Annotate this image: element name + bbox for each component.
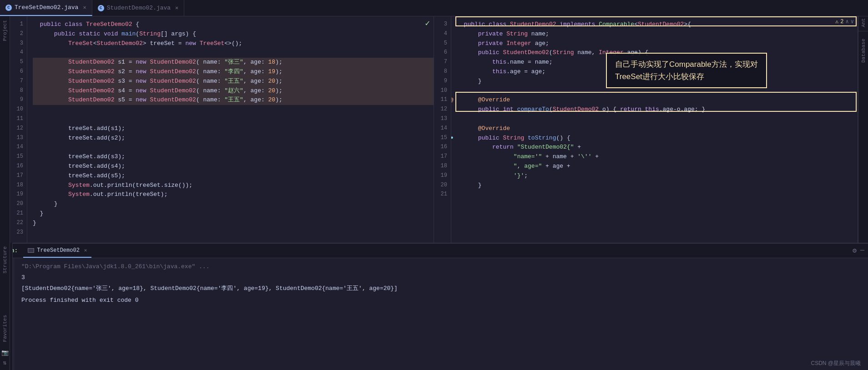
bottom-tab-icon bbox=[28, 248, 34, 253]
project-label: Project bbox=[2, 20, 8, 41]
code-line: StudentDemo02 s2 = new StudentDemo02( na… bbox=[33, 67, 434, 77]
structure-label: Structure bbox=[2, 246, 8, 273]
editor-pane-left: ✓ 12345 678910 1112131415 1617181920 212… bbox=[10, 16, 434, 243]
code-content-left[interactable]: public class TreeSetDemo02 { public stat… bbox=[27, 16, 434, 243]
code-line: '}'; bbox=[457, 171, 858, 181]
code-line: System.out.println(treeSet.size()); bbox=[33, 181, 434, 190]
console-line: [StudentDemo02{name='张三', age=18}, Stude… bbox=[21, 284, 861, 294]
warning-count: 2 bbox=[840, 19, 843, 25]
code-line: StudentDemo02 s1 = new StudentDemo02( na… bbox=[33, 58, 434, 67]
bottom-tab-bar: Run: TreeSetDemo02 ✕ ⚙ — bbox=[0, 244, 868, 258]
code-line bbox=[457, 86, 858, 96]
code-line: System.out.println(treeSet); bbox=[33, 190, 434, 200]
console-line: "D:\Program Files\Java\jdk1.8.0_261\bin\… bbox=[21, 262, 861, 272]
editors-container: ✓ 12345 678910 1112131415 1617181920 212… bbox=[10, 16, 858, 243]
bottom-panel: Run: TreeSetDemo02 ✕ ⚙ — ▶ ↑ ◼ ↓ ↺ ⇅ "D:… bbox=[0, 243, 868, 370]
code-line: StudentDemo02 s3 = new StudentDemo02( na… bbox=[33, 77, 434, 86]
code-line: private Integer age; bbox=[457, 39, 858, 49]
check-icon: ✓ bbox=[425, 18, 430, 28]
bottom-tab-close[interactable]: ✕ bbox=[84, 247, 87, 253]
watermark: CSDN @星辰与晨曦 bbox=[811, 360, 861, 367]
console-output: "D:\Program Files\Java\jdk1.8.0_261\bin\… bbox=[14, 258, 868, 370]
warning-area: ⚠ 2 ∧ ∨ bbox=[835, 18, 854, 25]
code-line bbox=[33, 48, 434, 58]
code-line bbox=[457, 190, 858, 200]
code-line: this.name = name; bbox=[457, 58, 858, 67]
database-label: Database bbox=[861, 39, 866, 63]
code-line bbox=[33, 105, 434, 115]
code-line: treeSet.add(s1); bbox=[33, 124, 434, 134]
line-numbers-right: 34567 89101112 1314151617 18192021 bbox=[434, 16, 451, 243]
tab-treeset[interactable]: C TreeSetDemo02.java ✕ bbox=[0, 0, 92, 16]
bottom-tab-label: TreeSetDemo02 bbox=[37, 247, 80, 254]
tab-icon-student: C bbox=[98, 5, 104, 11]
editor-pane-right: ⚠ 2 ∧ ∨ 34567 89101112 1314151617 181920… bbox=[434, 16, 858, 243]
tab-student[interactable]: C StudentDemo02.java ✕ bbox=[92, 0, 185, 16]
tab-label-student: StudentDemo02.java bbox=[107, 5, 171, 11]
bottom-settings: ⚙ — bbox=[853, 246, 864, 255]
code-line: ⬤ @ @Override bbox=[457, 95, 858, 105]
code-line: StudentDemo02 s4 = new StudentDemo02( na… bbox=[33, 86, 434, 96]
code-line: ", age=" + age + bbox=[457, 162, 858, 171]
editor-area: Project ✓ 12345 678910 1112131415 161718… bbox=[0, 16, 868, 243]
tab-icon-treeset: C bbox=[5, 5, 12, 11]
side-panel-project[interactable]: Project bbox=[0, 16, 10, 243]
settings-icon[interactable]: ⚙ bbox=[853, 246, 857, 255]
code-line bbox=[33, 228, 434, 238]
code-line: public int compareTo(StudentDemo02 o) { … bbox=[457, 105, 858, 115]
bottom-tab-treeset[interactable]: TreeSetDemo02 ✕ bbox=[23, 244, 91, 258]
console-line-finished: Process finished with exit code 0 bbox=[21, 295, 861, 305]
code-line: } bbox=[33, 200, 434, 209]
fav-sort-icon[interactable]: ⇅ bbox=[3, 359, 7, 366]
code-line: private String name; bbox=[457, 30, 858, 39]
tab-bar: C TreeSetDemo02.java ✕ C StudentDemo02.j… bbox=[0, 0, 868, 16]
side-panel-bottom-left: Structure Favorites 📷 ⇅ bbox=[0, 243, 10, 370]
code-line: } bbox=[33, 209, 434, 219]
nav-up-icon[interactable]: ∧ bbox=[846, 18, 849, 25]
tab-close-treeset[interactable]: ✕ bbox=[83, 4, 86, 11]
code-line: ● public String toString() { bbox=[457, 134, 858, 143]
code-line: @Override bbox=[457, 124, 858, 134]
gutter-at-icon: @ bbox=[451, 96, 454, 105]
code-line: "name='" + name + '\'' + bbox=[457, 152, 858, 162]
code-line: public class TreeSetDemo02 { bbox=[33, 20, 434, 30]
tab-close-student[interactable]: ✕ bbox=[175, 5, 178, 11]
code-line bbox=[33, 115, 434, 124]
code-line: public class StudentDemo02 implements Co… bbox=[457, 20, 858, 30]
favorites-label: Favorites bbox=[2, 315, 8, 342]
code-line: treeSet.add(s4); bbox=[33, 162, 434, 171]
code-line: return "StudentDemo02{" + bbox=[457, 143, 858, 152]
line-numbers-left: 12345 678910 1112131415 1617181920 21222… bbox=[10, 16, 27, 243]
code-line: public StudentDemo02(String name, Intege… bbox=[457, 48, 858, 58]
warning-icon: ⚠ bbox=[835, 18, 838, 25]
code-line bbox=[33, 143, 434, 152]
code-area-right[interactable]: 34567 89101112 1314151617 18192021 自己手动实… bbox=[434, 16, 858, 243]
bottom-content: ▶ ↑ ◼ ↓ ↺ ⇅ "D:\Program Files\Java\jdk1.… bbox=[0, 258, 868, 370]
code-area-left[interactable]: ✓ 12345 678910 1112131415 1617181920 212… bbox=[10, 16, 434, 243]
minimize-icon[interactable]: — bbox=[860, 246, 864, 255]
code-line: this.age = age; bbox=[457, 67, 858, 77]
console-line: 3 bbox=[21, 273, 861, 283]
code-content-right[interactable]: 自己手动实现了Comparable方法，实现对TreeSet进行大小比较保存 p… bbox=[451, 16, 858, 243]
side-panel-right: Ant Database bbox=[858, 16, 868, 243]
ant-label: Ant bbox=[861, 18, 866, 27]
code-line: } bbox=[457, 181, 858, 190]
gutter-dot-icon: ● bbox=[451, 134, 454, 142]
nav-down-icon[interactable]: ∨ bbox=[851, 18, 854, 25]
code-line: StudentDemo02 s5 = new StudentDemo02( na… bbox=[33, 95, 434, 105]
code-line: } bbox=[33, 219, 434, 228]
code-line: } bbox=[457, 77, 858, 86]
tab-label-treeset: TreeSetDemo02.java bbox=[15, 4, 78, 11]
code-line: public static void main(String[] args) { bbox=[33, 30, 434, 39]
fav-camera-icon[interactable]: 📷 bbox=[1, 349, 9, 356]
code-line bbox=[457, 115, 858, 124]
code-line: TreeSet<StudentDemo02> treeSet = new Tre… bbox=[33, 39, 434, 49]
code-line: treeSet.add(s2); bbox=[33, 134, 434, 143]
code-line: treeSet.add(s3); bbox=[33, 152, 434, 162]
code-line: treeSet.add(s5); bbox=[33, 171, 434, 181]
